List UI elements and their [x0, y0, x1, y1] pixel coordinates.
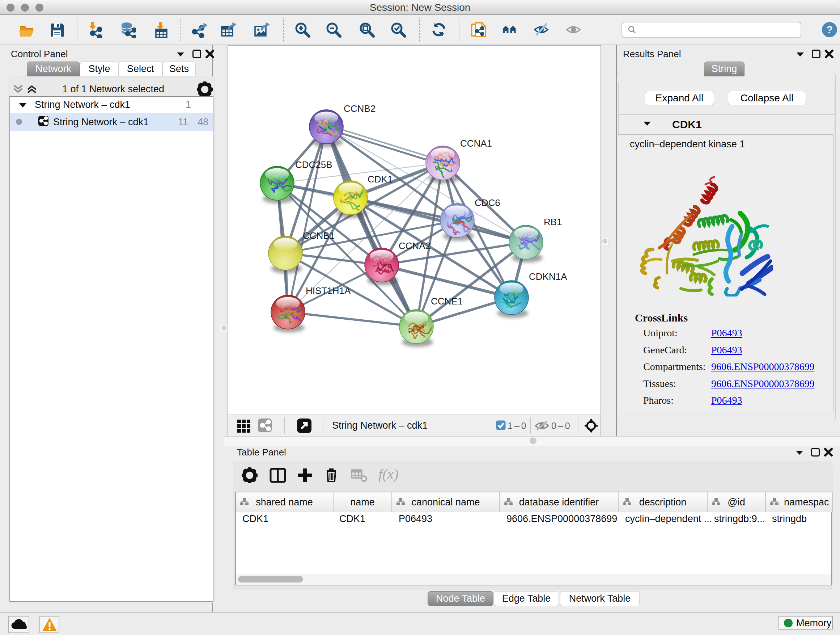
svg-text:CCNB1: CCNB1	[303, 230, 335, 241]
svg-text:CDC6: CDC6	[475, 197, 500, 208]
svg-text:CCNB2: CCNB2	[344, 103, 376, 114]
svg-text:HIST1H1A: HIST1H1A	[306, 285, 351, 296]
svg-text:CDK1: CDK1	[368, 174, 393, 185]
svg-text:CDC25B: CDC25B	[295, 159, 332, 170]
svg-text:RB1: RB1	[544, 217, 562, 227]
svg-text:CCNE1: CCNE1	[431, 296, 463, 307]
svg-text:CCNA2: CCNA2	[399, 241, 431, 251]
svg-text:CCNA1: CCNA1	[460, 138, 492, 149]
svg-text:CDKN1A: CDKN1A	[529, 271, 567, 282]
